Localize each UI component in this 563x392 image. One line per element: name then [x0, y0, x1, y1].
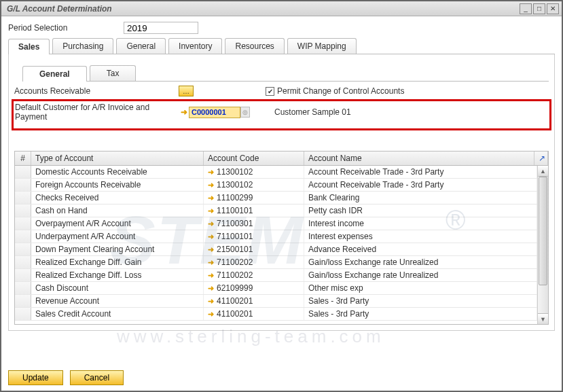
- window-title: G/L Account Determination: [4, 4, 518, 14]
- row-num-cell: [15, 269, 31, 281]
- row-name-cell: Sales - 3rd Party: [304, 308, 537, 320]
- grid-header-num[interactable]: #: [15, 152, 31, 165]
- period-label: Period Selection: [8, 23, 124, 33]
- row-num-cell: [15, 217, 31, 230]
- main-tabstrip: Sales Purchasing General Inventory Resou…: [8, 38, 555, 54]
- grid-header-code[interactable]: Account Code: [204, 152, 304, 165]
- table-row[interactable]: Down Payment Clearing Account➜21500101Ad…: [15, 243, 537, 256]
- table-row[interactable]: Sales Credit Account➜41100201Sales - 3rd…: [15, 308, 537, 321]
- row-code-cell[interactable]: ➜62109999: [204, 282, 304, 294]
- subtab-general[interactable]: General: [22, 66, 87, 82]
- link-arrow-icon[interactable]: ➜: [179, 107, 189, 117]
- row-code-cell[interactable]: ➜11100101: [204, 204, 304, 217]
- row-num-cell: [15, 192, 31, 204]
- maximize-button[interactable]: □: [533, 3, 545, 14]
- scroll-down-icon[interactable]: ▼: [538, 313, 548, 324]
- row-code-cell[interactable]: ➜71100101: [204, 230, 304, 243]
- link-arrow-icon[interactable]: ➜: [208, 284, 214, 293]
- table-row[interactable]: Checks Received➜11100299Bank Clearing: [15, 192, 537, 204]
- default-customer-code-input[interactable]: [189, 107, 240, 118]
- row-code-cell[interactable]: ➜41100201: [204, 308, 304, 320]
- link-arrow-icon[interactable]: ➜: [208, 232, 214, 241]
- row-name-cell: Gain/loss Exchange rate Unrealized: [304, 269, 537, 281]
- link-arrow-icon[interactable]: ➜: [208, 181, 214, 190]
- row-num-cell: [15, 243, 31, 255]
- table-row[interactable]: Underpayment A/R Account➜71100101Interes…: [15, 230, 537, 243]
- customer-search-icon[interactable]: ◎: [240, 107, 250, 118]
- row-type-cell: Down Payment Clearing Account: [31, 243, 204, 255]
- row-type-cell: Realized Exchange Diff. Loss: [31, 269, 204, 281]
- row-type-cell: Cash on Hand: [31, 204, 204, 217]
- account-grid: # Type of Account Account Code Account N…: [14, 151, 549, 325]
- link-arrow-icon[interactable]: ➜: [208, 271, 214, 280]
- minimize-button[interactable]: _: [520, 3, 532, 14]
- link-arrow-icon[interactable]: ➜: [208, 310, 214, 319]
- tab-resources[interactable]: Resources: [225, 38, 284, 54]
- row-type-cell: Overpayment A/R Account: [31, 217, 204, 230]
- row-code-cell[interactable]: ➜11300102: [204, 179, 304, 191]
- row-num-cell: [15, 295, 31, 307]
- row-type-cell: Domestic Accounts Receivable: [31, 166, 204, 178]
- row-name-cell: Interest income: [304, 217, 537, 230]
- row-name-cell: Account Receivable Trade - 3rd Party: [304, 166, 537, 178]
- row-name-cell: Gain/loss Exchange rate Unrealized: [304, 256, 537, 268]
- row-name-cell: Account Receivable Trade - 3rd Party: [304, 179, 537, 191]
- link-arrow-icon[interactable]: ➜: [208, 168, 214, 177]
- grid-header-type[interactable]: Type of Account: [31, 152, 204, 165]
- row-type-cell: Realized Exchange Diff. Gain: [31, 256, 204, 268]
- row-num-cell: [15, 230, 31, 243]
- tab-general[interactable]: General: [116, 38, 166, 54]
- table-row[interactable]: Realized Exchange Diff. Loss➜71100202Gai…: [15, 269, 537, 282]
- permit-label: Permit Change of Control Accounts: [277, 86, 404, 96]
- tab-purchasing[interactable]: Purchasing: [52, 38, 113, 54]
- update-button[interactable]: Update: [8, 370, 63, 385]
- cancel-button[interactable]: Cancel: [70, 370, 124, 385]
- row-num-cell: [15, 179, 31, 191]
- scroll-thumb[interactable]: [539, 177, 547, 285]
- row-code-cell[interactable]: ➜71100202: [204, 269, 304, 281]
- row-num-cell: [15, 256, 31, 268]
- link-arrow-icon[interactable]: ➜: [208, 194, 214, 202]
- row-num-cell: [15, 166, 31, 178]
- row-code-cell[interactable]: ➜21500101: [204, 243, 304, 255]
- table-row[interactable]: Domestic Accounts Receivable➜11300102Acc…: [15, 166, 537, 179]
- row-type-cell: Checks Received: [31, 192, 204, 204]
- scroll-up-icon[interactable]: ▲: [538, 166, 548, 177]
- table-row[interactable]: Realized Exchange Diff. Gain➜71100202Gai…: [15, 256, 537, 269]
- table-row[interactable]: Cash Discount➜62109999Other misc exp: [15, 282, 537, 295]
- period-input[interactable]: [124, 22, 198, 34]
- row-code-cell[interactable]: ➜11300102: [204, 166, 304, 178]
- table-row[interactable]: Revenue Account➜41100201Sales - 3rd Part…: [15, 295, 537, 308]
- row-num-cell: [15, 204, 31, 217]
- grid-expand-icon[interactable]: ↗: [534, 152, 548, 165]
- row-code-cell[interactable]: ➜11100299: [204, 192, 304, 204]
- accounts-receivable-browse-button[interactable]: …: [179, 86, 194, 96]
- row-name-cell: Bank Clearing: [304, 192, 537, 204]
- table-row[interactable]: Overpayment A/R Account➜71100301Interest…: [15, 217, 537, 230]
- row-name-cell: Advance Received: [304, 243, 537, 255]
- default-customer-name: Customer Sample 01: [274, 107, 351, 117]
- table-row[interactable]: Foreign Accounts Receivable➜11300102Acco…: [15, 179, 537, 192]
- tab-inventory[interactable]: Inventory: [168, 38, 222, 54]
- row-code-cell[interactable]: ➜71100301: [204, 217, 304, 230]
- row-code-cell[interactable]: ➜71100202: [204, 256, 304, 268]
- table-row[interactable]: Cash on Hand➜11100101Petty cash IDR: [15, 204, 537, 217]
- grid-scrollbar[interactable]: ▲ ▼: [537, 166, 548, 324]
- row-num-cell: [15, 282, 31, 294]
- link-arrow-icon[interactable]: ➜: [208, 297, 214, 306]
- grid-header-name[interactable]: Account Name: [304, 152, 534, 165]
- default-customer-highlight: Default Customer for A/R Invoice and Pay…: [12, 99, 551, 130]
- link-arrow-icon[interactable]: ➜: [208, 219, 214, 228]
- close-button[interactable]: ✕: [547, 3, 559, 14]
- titlebar: G/L Account Determination _ □ ✕: [1, 1, 562, 16]
- tab-wip-mapping[interactable]: WIP Mapping: [287, 38, 357, 54]
- row-type-cell: Cash Discount: [31, 282, 204, 294]
- link-arrow-icon[interactable]: ➜: [208, 207, 214, 215]
- row-name-cell: Interest expenses: [304, 230, 537, 243]
- link-arrow-icon[interactable]: ➜: [208, 245, 214, 254]
- subtab-tax[interactable]: Tax: [90, 65, 137, 81]
- permit-checkbox[interactable]: ✔: [266, 87, 274, 96]
- tab-sales[interactable]: Sales: [8, 39, 50, 54]
- row-code-cell[interactable]: ➜41100201: [204, 295, 304, 307]
- link-arrow-icon[interactable]: ➜: [208, 258, 214, 267]
